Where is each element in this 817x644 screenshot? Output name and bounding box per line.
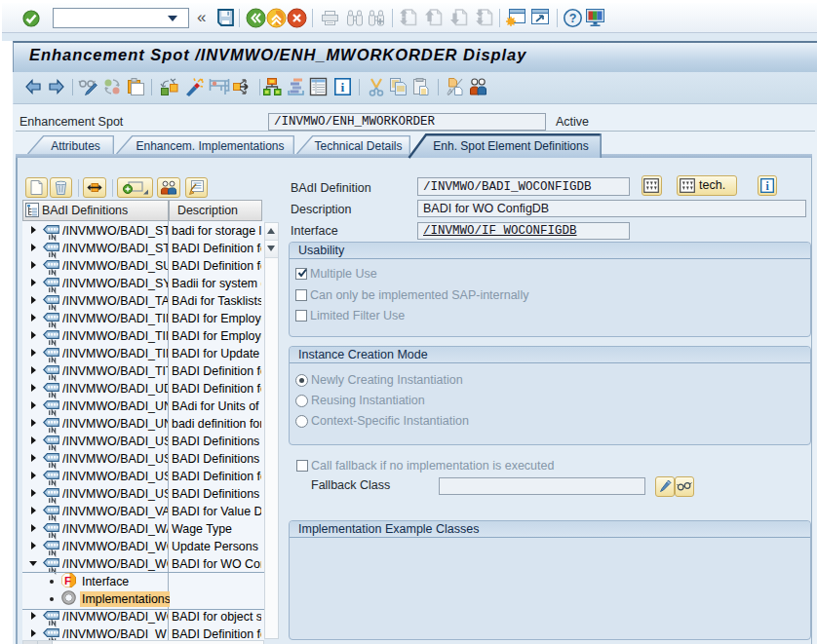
- svg-text:i: i: [341, 80, 345, 95]
- svg-text:F: F: [64, 575, 71, 587]
- svg-text:?: ?: [569, 12, 577, 25]
